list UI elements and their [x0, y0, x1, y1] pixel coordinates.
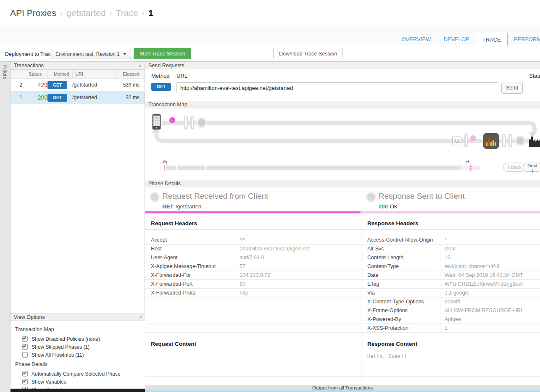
statistics-policy-icon[interactable] [483, 133, 499, 149]
left-panel-scrollbar[interactable] [11, 389, 145, 392]
tab-trace[interactable]: TRACE [476, 33, 508, 46]
header-name: Host [145, 245, 235, 253]
request-url-input[interactable] [176, 82, 499, 93]
breadcrumb-section[interactable]: Trace [116, 8, 138, 18]
view-option-item: Show All FlowInfos (11) [15, 351, 145, 359]
header-value: 80 [235, 281, 245, 287]
header-row: X-Apigee.Message-Timeout57 [145, 262, 361, 271]
send-button[interactable]: Send [501, 82, 523, 94]
request-phase-card[interactable]: Request Received from Client GET/getstar… [145, 187, 361, 213]
header-value: clear [440, 246, 456, 252]
next-button[interactable]: Next ⟩ [523, 163, 540, 172]
request-method: GET [162, 203, 174, 210]
response-phase-title: Response Sent to Client [379, 192, 465, 201]
target-server-icon[interactable] [528, 136, 540, 147]
method-badge: GET [47, 94, 67, 102]
column-uri[interactable]: URI [72, 70, 115, 78]
phase-comparison: Request Received from Client GET/getstar… [145, 187, 540, 213]
header-empty-row [145, 324, 361, 333]
tab-performance[interactable]: PERFORMANCE [508, 33, 540, 46]
timeline-segment[interactable] [166, 166, 176, 170]
transaction-status: 429 [26, 82, 47, 88]
column-index [11, 70, 26, 78]
client-device-icon[interactable] [152, 114, 161, 130]
collapse-view-options-icon[interactable]: « [139, 314, 142, 320]
filters-tab[interactable]: Filters [0, 62, 11, 392]
checkbox[interactable] [22, 352, 28, 358]
column-elapsed[interactable]: Elapsed [115, 70, 145, 78]
method-select-button[interactable]: GET [151, 83, 171, 91]
deployment-to-trace-label: Deployment to Trace [5, 51, 53, 57]
header-name: Accept [145, 236, 235, 244]
send-request-form: Method URL Status GET Send [145, 69, 540, 101]
checkbox[interactable] [22, 344, 28, 350]
header-value: nosniff [440, 299, 460, 305]
status-label: Status [529, 73, 540, 79]
checkbox[interactable] [22, 379, 28, 384]
policy-pill[interactable] [464, 134, 468, 147]
view-options-header: View Options « [11, 313, 145, 321]
method-badge: GET [47, 81, 67, 89]
chevron-down-icon [123, 53, 126, 55]
transactions-header: Transactions « [11, 62, 145, 70]
header-spacer-row [145, 230, 361, 236]
transaction-row[interactable]: 1200GET/getstarted32 ms [11, 91, 145, 104]
tab-band: OVERVIEWDEVELOPTRACEPERFORMANCE [0, 26, 540, 46]
view-option-item: Automatically Compare Selected Phase [15, 370, 145, 378]
phase-node[interactable] [516, 137, 524, 145]
policy-pill[interactable] [502, 134, 506, 147]
request-content-title: Request Content [145, 339, 361, 349]
policy-pill[interactable] [508, 134, 512, 147]
timeline-segment[interactable] [177, 166, 205, 170]
collapse-panel-icon[interactable]: « [139, 63, 141, 68]
view-option-label: Show Variables [32, 379, 66, 385]
phase-details-body: Request Headers Accept*/*Hostahamilton-e… [145, 213, 540, 392]
header-name: X-Forwarded-Port [145, 280, 235, 288]
header-row: Accept*/* [145, 236, 361, 245]
transaction-elapsed: 539 ms [115, 82, 145, 88]
download-trace-session-button[interactable]: Download Trace Session [273, 48, 343, 59]
header-row: X-Frame-OptionsALLOW-FROM RESOURCE-URL [361, 306, 540, 315]
send-requests-header: Send Requests [145, 62, 540, 69]
header-name: User-Agent [145, 253, 235, 262]
transaction-row[interactable]: 2429GET/getstarted539 ms [11, 79, 145, 91]
selected-phase-node[interactable] [169, 117, 175, 123]
checkbox[interactable] [22, 371, 28, 376]
phase-node[interactable] [198, 119, 205, 126]
column-method[interactable]: Method [47, 70, 72, 78]
column-status[interactable]: Status [26, 70, 47, 78]
tab-develop[interactable]: DEVELOP [437, 33, 475, 46]
header-name: X-Frame-Options [361, 306, 440, 315]
checkbox[interactable] [22, 336, 28, 342]
timeline-segment[interactable] [206, 166, 461, 170]
policy-pill[interactable] [190, 116, 194, 129]
breadcrumb-api-proxies[interactable]: API Proxies [10, 8, 56, 18]
breadcrumb-proxy-name[interactable]: getstarted [66, 8, 105, 18]
transaction-elapsed: 32 ms [115, 95, 145, 100]
header-name: Access-Control-Allow-Origin [361, 236, 440, 244]
header-row: X-Forwarded-Port80 [145, 280, 361, 289]
compared-phase-node[interactable] [470, 135, 476, 141]
analytics-node[interactable]: AX [452, 137, 461, 145]
header-empty-row [145, 306, 361, 315]
header-row: X-Content-Type-Optionsnosniff [361, 297, 540, 306]
header-value: 13 [440, 255, 450, 260]
request-phase-title: Request Received from Client [162, 192, 268, 201]
policy-pill[interactable] [184, 116, 188, 129]
start-trace-session-button[interactable]: Start Trace Session [134, 48, 191, 59]
tab-overview[interactable]: OVERVIEW [395, 33, 437, 46]
transaction-uri: /getstarted [72, 95, 115, 100]
flow-corner-right [527, 121, 537, 133]
view-options-group-title: Transaction Map [15, 326, 145, 332]
output-footer[interactable]: Output from all Transactions [145, 385, 540, 390]
header-name: X-Forwarded-For [145, 271, 235, 279]
view-option-item: Show Skipped Phases (1) [15, 343, 145, 351]
breadcrumb-revision: 1 [148, 8, 153, 18]
header-row: User-Agentcurl/7.64.0 [145, 253, 361, 262]
environment-revision-select[interactable]: Environment test, Revision 1 [51, 49, 131, 59]
response-phase-card[interactable]: Response Sent to Client 200OK [361, 187, 540, 213]
view-option-label: Automatically Compare Selected Phase [32, 371, 120, 377]
phase-details-title: Phase Details [148, 181, 181, 187]
request-path: /getstarted [176, 203, 201, 210]
view-option-label: Show All FlowInfos (11) [32, 352, 84, 358]
